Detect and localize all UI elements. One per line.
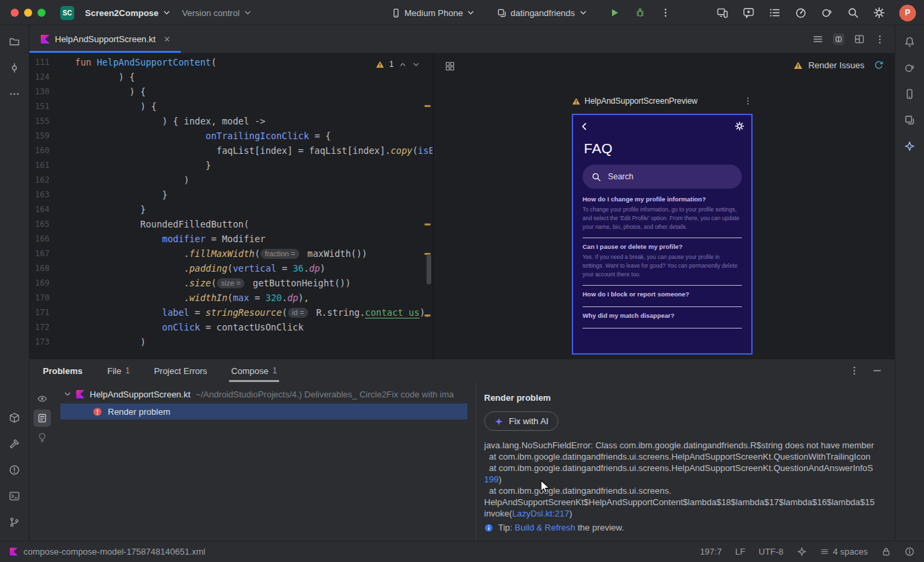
- design-view-icon[interactable]: [854, 33, 865, 45]
- more-actions-button[interactable]: [660, 7, 671, 18]
- trace-link[interactable]: LazyDsl.kt:217: [512, 508, 569, 519]
- editor-scrollbar[interactable]: [427, 254, 431, 284]
- code-editor[interactable]: 111fun HelpAndSupportContent(124 ) {130 …: [29, 54, 434, 359]
- line-number: 151: [29, 99, 50, 114]
- code-line[interactable]: 172 onClick = contactUsOnClick: [29, 320, 433, 335]
- code-line[interactable]: 151 ) {: [29, 99, 433, 114]
- code-line[interactable]: 169 .size(size = getButtonHeight()): [29, 276, 433, 290]
- code-line[interactable]: 163 }: [29, 187, 433, 202]
- hide-panel-icon[interactable]: [872, 365, 882, 376]
- commit-tool-icon[interactable]: [5, 58, 24, 77]
- avatar[interactable]: P: [899, 5, 916, 21]
- tab-options-icon[interactable]: [874, 34, 885, 45]
- run-config-label: datingandfriends: [510, 8, 574, 18]
- close-tab-icon[interactable]: [163, 35, 171, 43]
- device-manager-icon[interactable]: [901, 84, 919, 103]
- file-encoding[interactable]: UTF-8: [759, 547, 783, 557]
- problems-file-row[interactable]: HelpAndSupportScreen.kt ~/AndroidStudioP…: [55, 386, 475, 402]
- warning-stripe-mark[interactable]: [425, 314, 431, 316]
- quick-fix-icon[interactable]: [33, 429, 51, 446]
- kotlin-icon: [76, 389, 85, 399]
- device-selector[interactable]: Medium Phone: [391, 8, 475, 18]
- run-config-selector[interactable]: datingandfriends: [497, 8, 587, 18]
- notifications-icon[interactable]: [901, 32, 919, 51]
- gemini-icon[interactable]: [901, 136, 919, 155]
- resource-manager-icon[interactable]: [901, 110, 919, 129]
- settings-icon[interactable]: [873, 7, 885, 19]
- code-line[interactable]: 164 }: [29, 202, 433, 217]
- gemini-chat-icon[interactable]: [743, 7, 755, 19]
- issue-detail-view-icon[interactable]: [33, 409, 51, 427]
- problems-tab-project-errors[interactable]: Project Errors: [152, 359, 209, 382]
- code-line[interactable]: 160 faqList[index] = faqList[index].copy…: [29, 143, 433, 158]
- project-tool-icon[interactable]: [5, 32, 24, 51]
- panel-options-icon[interactable]: [849, 365, 860, 376]
- lock-icon[interactable]: [881, 547, 891, 557]
- code-line[interactable]: 159 onTrailingIconClick = {: [29, 128, 433, 143]
- code-line[interactable]: 162 ): [29, 173, 433, 187]
- inspection-widget[interactable]: 1: [373, 58, 423, 70]
- fix-with-ai-button[interactable]: Fix with AI: [484, 411, 558, 431]
- vcs-selector[interactable]: Version control: [182, 8, 252, 18]
- gradle-sync-icon[interactable]: [821, 7, 833, 19]
- minimize-window-button[interactable]: [24, 9, 32, 17]
- indicator-icon[interactable]: [905, 547, 915, 557]
- code-line[interactable]: 130 ) {: [29, 84, 433, 99]
- caret-position[interactable]: 197:7: [700, 547, 722, 557]
- structure-icon[interactable]: [769, 7, 781, 19]
- next-issue-icon[interactable]: [412, 60, 420, 69]
- code-line[interactable]: 161 }: [29, 158, 433, 173]
- problems-tool-icon[interactable]: [5, 460, 24, 479]
- preview-layout-grid-icon[interactable]: [445, 61, 455, 72]
- code-line[interactable]: 173 ): [29, 335, 433, 349]
- problems-tab-compose[interactable]: Compose1: [229, 359, 279, 382]
- problems-tab-file[interactable]: File1: [105, 359, 132, 382]
- problems-tree: HelpAndSupportScreen.kt ~/AndroidStudioP…: [55, 382, 475, 541]
- phone-preview: FAQ Search How do I change my profile in…: [572, 114, 753, 355]
- version-control-tool-icon[interactable]: [5, 512, 24, 531]
- code-line[interactable]: 170 .widthIn(max = 320.dp),: [29, 290, 433, 305]
- build-tool-icon[interactable]: [5, 434, 24, 453]
- profiler-icon[interactable]: [795, 7, 807, 19]
- warning-stripe-mark[interactable]: [425, 223, 431, 225]
- code-line[interactable]: 124 ) {: [29, 70, 433, 84]
- ai-status-icon[interactable]: [797, 547, 807, 557]
- debug-button[interactable]: [635, 7, 645, 18]
- warning-stripe-mark[interactable]: [425, 105, 431, 107]
- gradle-icon[interactable]: [901, 58, 919, 77]
- trace-link[interactable]: 199: [484, 474, 499, 484]
- tab-helpandsupportscreen[interactable]: HelpAndSupportScreen.kt: [29, 25, 181, 53]
- more-tools-icon[interactable]: [5, 84, 24, 103]
- render-issues-label[interactable]: Render Issues: [808, 60, 864, 70]
- zoom-window-button[interactable]: [37, 9, 46, 17]
- search-everywhere-icon[interactable]: [847, 7, 859, 19]
- code-line[interactable]: 155 ) { index, model ->: [29, 114, 433, 128]
- code-text: }: [50, 202, 146, 217]
- ai-star-icon: [494, 417, 504, 426]
- split-view-icon[interactable]: [833, 33, 844, 45]
- code-line[interactable]: 171 label = stringResource(id = R.string…: [29, 305, 433, 320]
- close-window-button[interactable]: [11, 9, 19, 17]
- problems-error-row[interactable]: Render problem: [60, 403, 467, 419]
- code-view-icon[interactable]: [812, 33, 824, 45]
- code-line[interactable]: 167 .fillMaxWidth(fraction = maxWidth()): [29, 246, 433, 261]
- preview-options-icon[interactable]: [743, 96, 753, 106]
- status-file[interactable]: compose-compose-model-1758748140651.xml: [9, 547, 206, 557]
- build-refresh-link[interactable]: Build & Refresh: [515, 523, 575, 533]
- build-variants-icon[interactable]: [5, 408, 24, 427]
- stack-trace: java.lang.NoSuchFieldError: Class com.ib…: [484, 440, 891, 519]
- indent-widget[interactable]: 4 spaces: [820, 547, 868, 557]
- terminal-tool-icon[interactable]: [5, 486, 24, 505]
- preview-issue-icon[interactable]: [33, 390, 51, 407]
- prev-issue-icon[interactable]: [398, 60, 407, 69]
- code-line[interactable]: 111fun HelpAndSupportContent(: [29, 55, 433, 70]
- code-line[interactable]: 165 RoundedFilledButton(: [29, 217, 433, 231]
- line-ending[interactable]: LF: [735, 547, 745, 557]
- run-button[interactable]: [609, 7, 620, 18]
- preview-card-header[interactable]: HelpAndSupportScreenPreview: [572, 96, 753, 106]
- running-devices-icon[interactable]: [716, 7, 728, 19]
- code-line[interactable]: 168 .padding(vertical = 36.dp): [29, 261, 433, 276]
- refresh-icon[interactable]: [874, 60, 884, 70]
- project-selector[interactable]: Screen2Compose: [85, 8, 171, 18]
- code-line[interactable]: 166 modifier = Modifier: [29, 231, 433, 246]
